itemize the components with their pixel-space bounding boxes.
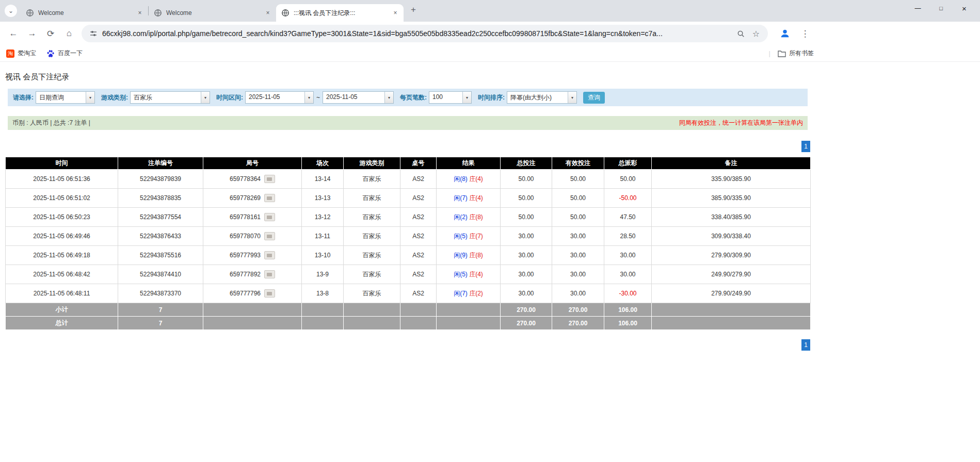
table-row: 2025-11-05 06:51:02522943878835659778269…	[6, 189, 811, 208]
cell-round: 659778161	[203, 208, 302, 227]
game-video-icon[interactable]	[264, 251, 275, 259]
round-number: 659777892	[230, 271, 261, 278]
cell-remark: 249.90/279.90	[652, 265, 811, 284]
home-button[interactable]: ⌂	[61, 25, 77, 42]
chevron-down-icon[interactable]: ▾	[201, 92, 210, 103]
url-bar[interactable]: 66cxkj98.com/ipl/portal.php/game/betreco…	[82, 25, 768, 42]
bookmark-baidu[interactable]: 百度一下	[46, 49, 83, 58]
cell-session: 13-9	[302, 265, 344, 284]
minimize-button[interactable]: —	[906, 0, 929, 16]
tab-close-icon[interactable]: ×	[391, 9, 399, 17]
page-size-input[interactable]: 100 ▾	[429, 91, 472, 104]
pagination-page-1[interactable]: 1	[801, 141, 810, 152]
game-video-icon[interactable]	[264, 270, 275, 278]
column-header: 局号	[203, 157, 302, 170]
reload-button[interactable]: ⟳	[42, 25, 59, 42]
date-range-separator: ~	[316, 94, 320, 101]
profile-icon[interactable]	[777, 26, 793, 41]
url-text[interactable]: 66cxkj98.com/ipl/portal.php/game/betreco…	[102, 29, 732, 38]
cell-total-bet[interactable]: 50.00	[501, 189, 552, 208]
globe-icon	[154, 9, 162, 17]
cell-session: 13-11	[302, 227, 344, 246]
cell-game-type: 百家乐	[344, 227, 400, 246]
all-bookmarks-button[interactable]: 所有书签	[778, 49, 814, 58]
query-button[interactable]: 查询	[583, 92, 605, 104]
cell-result: 闲(8) 庄(4)	[437, 170, 501, 189]
total-empty-cell	[203, 317, 302, 330]
bookmarks-separator: |	[769, 50, 770, 57]
chevron-down-icon[interactable]: ▾	[462, 92, 471, 103]
chevron-down-icon[interactable]: ▾	[568, 92, 576, 103]
tab-bet-record[interactable]: :::视讯 会员下注纪录::: ×	[276, 4, 404, 22]
bookmark-star-icon[interactable]: ☆	[749, 27, 763, 40]
cell-round: 659778070	[203, 227, 302, 246]
cell-game-type: 百家乐	[344, 170, 400, 189]
table-row: 2025-11-05 06:48:11522943873370659777796…	[6, 284, 811, 303]
cell-table-no: AS2	[400, 284, 437, 303]
cell-session: 13-14	[302, 170, 344, 189]
column-header: 注单编号	[118, 157, 203, 170]
cell-session: 13-8	[302, 284, 344, 303]
taobao-icon: 淘	[6, 50, 14, 58]
player-result: 闲(9)	[454, 252, 468, 259]
cell-time: 2025-11-05 06:51:02	[6, 189, 118, 208]
forward-button[interactable]: →	[24, 25, 40, 42]
cell-total-bet[interactable]: 30.00	[501, 246, 552, 265]
player-result: 闲(7)	[454, 194, 468, 202]
game-video-icon[interactable]	[264, 232, 275, 240]
game-video-icon[interactable]	[264, 194, 275, 202]
chevron-down-icon[interactable]: ▾	[86, 92, 94, 103]
new-tab-button[interactable]: +	[407, 3, 420, 16]
date-from-input[interactable]: 2025-11-05 ▾	[245, 91, 314, 104]
player-result: 闲(5)	[454, 271, 468, 278]
total-valid-bet: 270.00	[552, 317, 604, 330]
tab-welcome-2[interactable]: Welcome ×	[149, 4, 276, 22]
game-video-icon[interactable]	[264, 213, 275, 221]
table-row: 2025-11-05 06:49:18522943875516659777993…	[6, 246, 811, 265]
tab-close-icon[interactable]: ×	[136, 9, 144, 17]
date-to-input[interactable]: 2025-11-05 ▾	[323, 91, 394, 104]
cell-total-bet[interactable]: 30.00	[501, 265, 552, 284]
window-close-button[interactable]: ×	[953, 0, 976, 16]
site-info-icon[interactable]	[89, 29, 98, 38]
cell-total-bet[interactable]: 50.00	[501, 170, 552, 189]
all-bookmarks-label: 所有书签	[789, 49, 814, 58]
zoom-icon[interactable]	[734, 27, 747, 40]
cell-table-no: AS2	[400, 189, 437, 208]
pagination-page-1[interactable]: 1	[801, 339, 810, 351]
game-type-select[interactable]: 百家乐 ▾	[130, 91, 210, 104]
maximize-button[interactable]: □	[929, 0, 953, 16]
cell-total-bet[interactable]: 50.00	[501, 208, 552, 227]
back-button[interactable]: ←	[5, 25, 22, 42]
cell-payout: -30.00	[604, 284, 652, 303]
date-query-select[interactable]: 日期查询 ▾	[36, 91, 95, 104]
tab-welcome-1[interactable]: Welcome ×	[21, 4, 148, 22]
game-video-icon[interactable]	[264, 175, 275, 183]
cell-round: 659777796	[203, 284, 302, 303]
banker-result: 庄(4)	[469, 175, 483, 183]
cell-result: 闲(5) 庄(7)	[437, 227, 501, 246]
cell-bet-id: 522943877554	[118, 208, 203, 227]
subtotal-row: 小计 7 270.00 270.00 106.00	[6, 303, 811, 317]
cell-table-no: AS2	[400, 246, 437, 265]
column-header: 结果	[437, 157, 501, 170]
column-header: 时间	[6, 157, 118, 170]
browser-menu-icon[interactable]: ⋮	[798, 26, 812, 41]
chevron-down-icon[interactable]: ▾	[304, 92, 313, 103]
cell-total-bet[interactable]: 30.00	[501, 227, 552, 246]
tab-close-icon[interactable]: ×	[264, 9, 272, 17]
cell-total-bet[interactable]: 30.00	[501, 284, 552, 303]
cell-time: 2025-11-05 06:51:36	[6, 170, 118, 189]
bookmark-aitaobao[interactable]: 淘 爱淘宝	[6, 49, 36, 58]
cell-game-type: 百家乐	[344, 265, 400, 284]
select-value: 日期查询	[36, 92, 86, 103]
time-sort-select[interactable]: 降幂(由大到小) ▾	[507, 91, 577, 104]
round-number: 659778161	[230, 213, 261, 221]
tab-title: Welcome	[166, 9, 261, 16]
cell-result: 闲(7) 庄(2)	[437, 284, 501, 303]
player-result: 闲(2)	[454, 213, 468, 221]
cell-payout: 28.50	[604, 227, 652, 246]
tab-search-button[interactable]: ⌄	[5, 5, 17, 17]
chevron-down-icon[interactable]: ▾	[384, 92, 393, 103]
game-video-icon[interactable]	[264, 289, 275, 298]
